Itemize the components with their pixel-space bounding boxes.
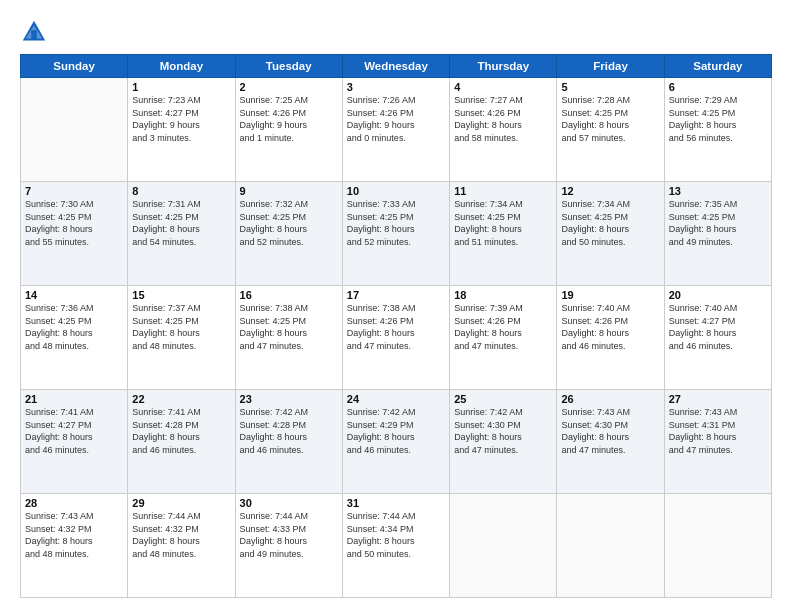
calendar-cell: 21Sunrise: 7:41 AM Sunset: 4:27 PM Dayli… bbox=[21, 390, 128, 494]
calendar-cell bbox=[557, 494, 664, 598]
day-info: Sunrise: 7:42 AM Sunset: 4:30 PM Dayligh… bbox=[454, 406, 552, 456]
day-number: 22 bbox=[132, 393, 230, 405]
logo bbox=[20, 18, 52, 46]
day-number: 4 bbox=[454, 81, 552, 93]
calendar-cell: 30Sunrise: 7:44 AM Sunset: 4:33 PM Dayli… bbox=[235, 494, 342, 598]
calendar-cell: 26Sunrise: 7:43 AM Sunset: 4:30 PM Dayli… bbox=[557, 390, 664, 494]
day-of-week-header: Wednesday bbox=[342, 55, 449, 78]
day-info: Sunrise: 7:31 AM Sunset: 4:25 PM Dayligh… bbox=[132, 198, 230, 248]
calendar-cell: 25Sunrise: 7:42 AM Sunset: 4:30 PM Dayli… bbox=[450, 390, 557, 494]
calendar-week-row: 7Sunrise: 7:30 AM Sunset: 4:25 PM Daylig… bbox=[21, 182, 772, 286]
calendar-cell: 24Sunrise: 7:42 AM Sunset: 4:29 PM Dayli… bbox=[342, 390, 449, 494]
day-number: 19 bbox=[561, 289, 659, 301]
day-info: Sunrise: 7:41 AM Sunset: 4:27 PM Dayligh… bbox=[25, 406, 123, 456]
svg-rect-2 bbox=[31, 30, 37, 39]
day-info: Sunrise: 7:37 AM Sunset: 4:25 PM Dayligh… bbox=[132, 302, 230, 352]
day-number: 28 bbox=[25, 497, 123, 509]
day-info: Sunrise: 7:38 AM Sunset: 4:25 PM Dayligh… bbox=[240, 302, 338, 352]
day-of-week-header: Monday bbox=[128, 55, 235, 78]
day-number: 21 bbox=[25, 393, 123, 405]
calendar-cell: 17Sunrise: 7:38 AM Sunset: 4:26 PM Dayli… bbox=[342, 286, 449, 390]
calendar-cell: 28Sunrise: 7:43 AM Sunset: 4:32 PM Dayli… bbox=[21, 494, 128, 598]
day-info: Sunrise: 7:42 AM Sunset: 4:29 PM Dayligh… bbox=[347, 406, 445, 456]
day-number: 15 bbox=[132, 289, 230, 301]
day-info: Sunrise: 7:43 AM Sunset: 4:31 PM Dayligh… bbox=[669, 406, 767, 456]
calendar-cell: 8Sunrise: 7:31 AM Sunset: 4:25 PM Daylig… bbox=[128, 182, 235, 286]
day-info: Sunrise: 7:29 AM Sunset: 4:25 PM Dayligh… bbox=[669, 94, 767, 144]
calendar-cell: 15Sunrise: 7:37 AM Sunset: 4:25 PM Dayli… bbox=[128, 286, 235, 390]
day-number: 31 bbox=[347, 497, 445, 509]
day-number: 29 bbox=[132, 497, 230, 509]
day-info: Sunrise: 7:34 AM Sunset: 4:25 PM Dayligh… bbox=[561, 198, 659, 248]
day-number: 10 bbox=[347, 185, 445, 197]
calendar-cell: 19Sunrise: 7:40 AM Sunset: 4:26 PM Dayli… bbox=[557, 286, 664, 390]
calendar-cell: 9Sunrise: 7:32 AM Sunset: 4:25 PM Daylig… bbox=[235, 182, 342, 286]
day-of-week-header: Saturday bbox=[664, 55, 771, 78]
logo-icon bbox=[20, 18, 48, 46]
day-info: Sunrise: 7:27 AM Sunset: 4:26 PM Dayligh… bbox=[454, 94, 552, 144]
calendar-cell: 12Sunrise: 7:34 AM Sunset: 4:25 PM Dayli… bbox=[557, 182, 664, 286]
calendar-cell: 27Sunrise: 7:43 AM Sunset: 4:31 PM Dayli… bbox=[664, 390, 771, 494]
day-number: 17 bbox=[347, 289, 445, 301]
day-info: Sunrise: 7:30 AM Sunset: 4:25 PM Dayligh… bbox=[25, 198, 123, 248]
day-number: 20 bbox=[669, 289, 767, 301]
day-of-week-header: Tuesday bbox=[235, 55, 342, 78]
day-info: Sunrise: 7:33 AM Sunset: 4:25 PM Dayligh… bbox=[347, 198, 445, 248]
calendar-cell: 18Sunrise: 7:39 AM Sunset: 4:26 PM Dayli… bbox=[450, 286, 557, 390]
calendar-cell: 10Sunrise: 7:33 AM Sunset: 4:25 PM Dayli… bbox=[342, 182, 449, 286]
day-info: Sunrise: 7:43 AM Sunset: 4:30 PM Dayligh… bbox=[561, 406, 659, 456]
day-info: Sunrise: 7:43 AM Sunset: 4:32 PM Dayligh… bbox=[25, 510, 123, 560]
day-info: Sunrise: 7:44 AM Sunset: 4:32 PM Dayligh… bbox=[132, 510, 230, 560]
day-number: 14 bbox=[25, 289, 123, 301]
day-info: Sunrise: 7:25 AM Sunset: 4:26 PM Dayligh… bbox=[240, 94, 338, 144]
calendar-cell: 16Sunrise: 7:38 AM Sunset: 4:25 PM Dayli… bbox=[235, 286, 342, 390]
day-info: Sunrise: 7:36 AM Sunset: 4:25 PM Dayligh… bbox=[25, 302, 123, 352]
calendar-cell: 29Sunrise: 7:44 AM Sunset: 4:32 PM Dayli… bbox=[128, 494, 235, 598]
day-number: 8 bbox=[132, 185, 230, 197]
day-info: Sunrise: 7:40 AM Sunset: 4:26 PM Dayligh… bbox=[561, 302, 659, 352]
calendar-week-row: 1Sunrise: 7:23 AM Sunset: 4:27 PM Daylig… bbox=[21, 78, 772, 182]
header bbox=[20, 18, 772, 46]
calendar-cell: 13Sunrise: 7:35 AM Sunset: 4:25 PM Dayli… bbox=[664, 182, 771, 286]
calendar-cell bbox=[21, 78, 128, 182]
calendar-week-row: 21Sunrise: 7:41 AM Sunset: 4:27 PM Dayli… bbox=[21, 390, 772, 494]
day-of-week-header: Thursday bbox=[450, 55, 557, 78]
day-info: Sunrise: 7:32 AM Sunset: 4:25 PM Dayligh… bbox=[240, 198, 338, 248]
calendar-header-row: SundayMondayTuesdayWednesdayThursdayFrid… bbox=[21, 55, 772, 78]
page: SundayMondayTuesdayWednesdayThursdayFrid… bbox=[0, 0, 792, 612]
calendar-cell bbox=[450, 494, 557, 598]
calendar-cell: 4Sunrise: 7:27 AM Sunset: 4:26 PM Daylig… bbox=[450, 78, 557, 182]
calendar-table: SundayMondayTuesdayWednesdayThursdayFrid… bbox=[20, 54, 772, 598]
day-number: 18 bbox=[454, 289, 552, 301]
day-info: Sunrise: 7:41 AM Sunset: 4:28 PM Dayligh… bbox=[132, 406, 230, 456]
day-number: 26 bbox=[561, 393, 659, 405]
day-info: Sunrise: 7:38 AM Sunset: 4:26 PM Dayligh… bbox=[347, 302, 445, 352]
day-number: 23 bbox=[240, 393, 338, 405]
day-number: 11 bbox=[454, 185, 552, 197]
day-number: 1 bbox=[132, 81, 230, 93]
day-number: 9 bbox=[240, 185, 338, 197]
calendar-cell bbox=[664, 494, 771, 598]
calendar-cell: 7Sunrise: 7:30 AM Sunset: 4:25 PM Daylig… bbox=[21, 182, 128, 286]
day-number: 6 bbox=[669, 81, 767, 93]
day-number: 12 bbox=[561, 185, 659, 197]
calendar-cell: 31Sunrise: 7:44 AM Sunset: 4:34 PM Dayli… bbox=[342, 494, 449, 598]
calendar-cell: 11Sunrise: 7:34 AM Sunset: 4:25 PM Dayli… bbox=[450, 182, 557, 286]
day-of-week-header: Friday bbox=[557, 55, 664, 78]
day-of-week-header: Sunday bbox=[21, 55, 128, 78]
calendar-week-row: 14Sunrise: 7:36 AM Sunset: 4:25 PM Dayli… bbox=[21, 286, 772, 390]
day-info: Sunrise: 7:23 AM Sunset: 4:27 PM Dayligh… bbox=[132, 94, 230, 144]
calendar-cell: 20Sunrise: 7:40 AM Sunset: 4:27 PM Dayli… bbox=[664, 286, 771, 390]
calendar-cell: 2Sunrise: 7:25 AM Sunset: 4:26 PM Daylig… bbox=[235, 78, 342, 182]
day-info: Sunrise: 7:40 AM Sunset: 4:27 PM Dayligh… bbox=[669, 302, 767, 352]
day-number: 16 bbox=[240, 289, 338, 301]
day-info: Sunrise: 7:39 AM Sunset: 4:26 PM Dayligh… bbox=[454, 302, 552, 352]
calendar-cell: 22Sunrise: 7:41 AM Sunset: 4:28 PM Dayli… bbox=[128, 390, 235, 494]
day-number: 30 bbox=[240, 497, 338, 509]
day-info: Sunrise: 7:44 AM Sunset: 4:34 PM Dayligh… bbox=[347, 510, 445, 560]
day-info: Sunrise: 7:44 AM Sunset: 4:33 PM Dayligh… bbox=[240, 510, 338, 560]
day-info: Sunrise: 7:42 AM Sunset: 4:28 PM Dayligh… bbox=[240, 406, 338, 456]
calendar-cell: 6Sunrise: 7:29 AM Sunset: 4:25 PM Daylig… bbox=[664, 78, 771, 182]
calendar-cell: 3Sunrise: 7:26 AM Sunset: 4:26 PM Daylig… bbox=[342, 78, 449, 182]
day-number: 2 bbox=[240, 81, 338, 93]
